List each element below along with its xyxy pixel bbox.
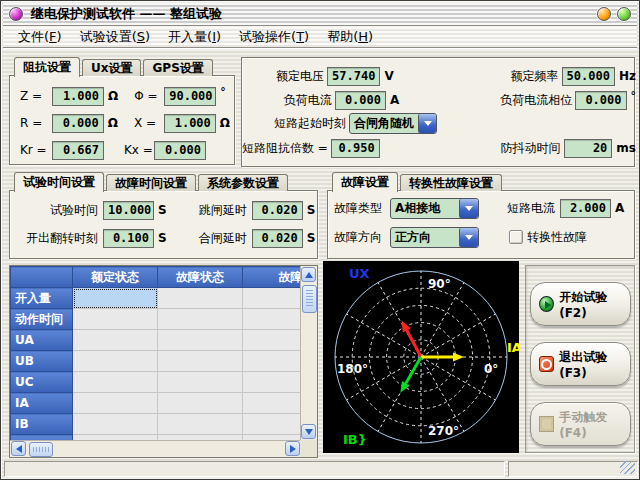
z-field[interactable]: 1.000 bbox=[52, 87, 104, 106]
scroll-up-button[interactable] bbox=[301, 267, 316, 282]
close-button[interactable] bbox=[617, 7, 631, 21]
close-delay-field[interactable]: 0.020 bbox=[252, 229, 303, 248]
flip-time-field[interactable]: 0.100 bbox=[103, 229, 154, 248]
convert-fault-checkbox[interactable] bbox=[509, 230, 523, 244]
row-header[interactable]: 动作时间 bbox=[11, 309, 73, 330]
fault-type-dropdown-button[interactable] bbox=[459, 199, 478, 218]
tab-test-time-settings[interactable]: 试验时间设置 bbox=[14, 172, 104, 192]
table-cell[interactable] bbox=[73, 351, 158, 372]
table-cell[interactable] bbox=[73, 393, 158, 414]
table-cell[interactable] bbox=[158, 330, 243, 351]
rated-freq-field[interactable]: 50.000 bbox=[562, 67, 615, 86]
kr-label: Kr = bbox=[20, 143, 52, 157]
status-message-area bbox=[4, 461, 505, 477]
col-header-fault-state[interactable]: 故障状态 bbox=[158, 267, 243, 288]
col-header-fault-convert[interactable]: 故障转换 bbox=[243, 267, 302, 288]
menu-label: 文件( bbox=[18, 29, 49, 44]
tab-fault-settings[interactable]: 故障设置 bbox=[332, 172, 398, 192]
trip-delay-field[interactable]: 0.020 bbox=[252, 201, 303, 220]
table-cell[interactable] bbox=[73, 414, 158, 435]
row-header[interactable]: UA bbox=[11, 330, 73, 351]
fault-type-value: A相接地 bbox=[391, 199, 459, 218]
table-cell[interactable] bbox=[243, 351, 302, 372]
menu-test-operation[interactable]: 试验操作(T) bbox=[230, 26, 318, 48]
debounce-field[interactable]: 20 bbox=[564, 139, 613, 158]
table-cell[interactable] bbox=[158, 288, 243, 309]
vertical-scroll-thumb[interactable] bbox=[302, 285, 317, 313]
tab-fault-time-settings[interactable]: 故障时间设置 bbox=[106, 174, 196, 191]
table-cell[interactable] bbox=[243, 372, 302, 393]
row-header[interactable]: UB bbox=[11, 351, 73, 372]
table-cell[interactable] bbox=[158, 393, 243, 414]
resize-grip[interactable] bbox=[620, 461, 635, 474]
chevron-down-icon bbox=[465, 206, 473, 211]
row-header[interactable]: IB bbox=[11, 414, 73, 435]
scroll-right-button[interactable] bbox=[285, 441, 300, 456]
table-cell[interactable] bbox=[243, 309, 302, 330]
row-header[interactable]: 开入量 bbox=[11, 288, 73, 309]
table-cell[interactable] bbox=[243, 393, 302, 414]
r-field[interactable]: 0.000 bbox=[52, 114, 104, 133]
rated-voltage-field[interactable]: 57.740 bbox=[327, 67, 380, 86]
table-corner bbox=[11, 267, 73, 288]
table-cell[interactable] bbox=[73, 372, 158, 393]
kx-field[interactable]: 0.000 bbox=[154, 141, 206, 160]
z-label: Z = bbox=[20, 89, 52, 103]
result-grid: 额定状态 故障状态 故障转换 开入量 动作时间 UA UB UC IA IB I… bbox=[10, 266, 301, 440]
table-cell[interactable] bbox=[73, 330, 158, 351]
horizontal-scrollbar[interactable] bbox=[10, 440, 301, 457]
rated-voltage-unit: V bbox=[384, 69, 393, 83]
minimize-button[interactable] bbox=[597, 7, 611, 21]
tab-gps-settings[interactable]: GPS设置 bbox=[143, 59, 212, 76]
fault-type-combobox[interactable]: A相接地 bbox=[390, 198, 479, 219]
sc-current-label: 短路电流 bbox=[503, 200, 555, 217]
table-cell[interactable] bbox=[158, 414, 243, 435]
vertical-scrollbar[interactable] bbox=[300, 266, 317, 440]
menu-help[interactable]: 帮助(H) bbox=[318, 26, 382, 48]
x-field[interactable]: 1.000 bbox=[164, 114, 216, 133]
load-current-field[interactable]: 0.000 bbox=[335, 91, 386, 110]
sc-start-combobox[interactable]: 合闸角随机 bbox=[349, 113, 437, 134]
impedance-tabbar: 阻抗设置 Ux设置 GPS设置 bbox=[11, 55, 215, 76]
row-header[interactable]: IA bbox=[11, 393, 73, 414]
phi-label: Φ = bbox=[134, 89, 164, 103]
convert-fault-label: 转换性故障 bbox=[527, 229, 587, 246]
tab-impedance-settings[interactable]: 阻抗设置 bbox=[14, 57, 80, 77]
table-cell[interactable] bbox=[73, 309, 158, 330]
table-cell[interactable] bbox=[243, 288, 302, 309]
table-cell[interactable] bbox=[158, 351, 243, 372]
menu-file[interactable]: 文件(F) bbox=[9, 26, 71, 48]
tab-ux-settings[interactable]: Ux设置 bbox=[82, 59, 141, 76]
table-cell-selected[interactable] bbox=[73, 288, 158, 309]
table-cell[interactable] bbox=[158, 309, 243, 330]
col-header-rated-state[interactable]: 额定状态 bbox=[73, 267, 158, 288]
sc-start-dropdown-button[interactable] bbox=[418, 114, 436, 133]
table-cell[interactable] bbox=[158, 372, 243, 393]
sc-current-field[interactable]: 2.000 bbox=[560, 199, 611, 218]
phi-field[interactable]: 90.000 bbox=[164, 87, 216, 106]
menu-test-settings[interactable]: 试验设置(S) bbox=[71, 26, 159, 48]
sc-multiple-field[interactable]: 0.950 bbox=[331, 139, 380, 158]
row-header[interactable]: UC bbox=[11, 372, 73, 393]
tab-convert-fault-settings[interactable]: 转换性故障设置 bbox=[400, 174, 502, 191]
table-row: 开入量 bbox=[11, 288, 302, 309]
load-phase-field[interactable]: 0.000 bbox=[575, 91, 626, 110]
trip-delay-label: 跳闸延时 bbox=[189, 202, 247, 219]
tab-system-param-settings[interactable]: 系统参数设置 bbox=[198, 174, 288, 191]
test-time-field[interactable]: 10.000 bbox=[103, 201, 154, 220]
fault-dir-combobox[interactable]: 正方向 bbox=[390, 227, 479, 248]
r-label: R = bbox=[20, 116, 52, 130]
start-test-button[interactable]: 开始试验(F2) bbox=[530, 282, 631, 326]
exit-test-button[interactable]: 退出试验(F3) bbox=[530, 342, 631, 386]
fault-dir-dropdown-button[interactable] bbox=[459, 228, 478, 247]
menu-binary-input[interactable]: 开入量(I) bbox=[159, 26, 230, 48]
debounce-unit: ms bbox=[616, 141, 636, 155]
kr-field[interactable]: 0.667 bbox=[52, 141, 104, 160]
table-cell[interactable] bbox=[243, 414, 302, 435]
titlebar[interactable]: 继电保护测试软件 —— 整组试验 bbox=[3, 3, 637, 26]
scroll-left-button[interactable] bbox=[11, 441, 26, 456]
manual-trigger-button[interactable]: 手动触发(F4) bbox=[530, 402, 631, 446]
horizontal-scroll-thumb[interactable] bbox=[29, 442, 53, 457]
table-cell[interactable] bbox=[243, 330, 302, 351]
scroll-down-button[interactable] bbox=[301, 424, 316, 439]
